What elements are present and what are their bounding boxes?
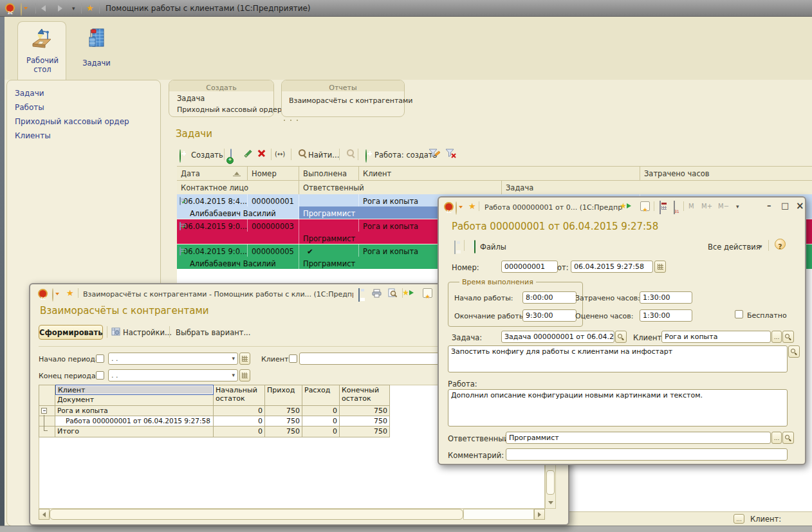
report-header-income[interactable]: Приход [265, 385, 302, 406]
report-gutter-cell[interactable] [39, 427, 55, 437]
favorites-star-icon[interactable] [66, 289, 74, 297]
report-row-label[interactable]: Рога и копыта [55, 406, 214, 416]
settings-button[interactable]: Настройки... [123, 328, 172, 337]
task-ref-input[interactable]: Задача 000000001 от 06.04.2015 8:4 [501, 331, 614, 343]
date-calendar-button[interactable] [654, 261, 666, 273]
calculator-icon[interactable] [660, 201, 661, 214]
show-favorites-icon[interactable] [640, 201, 650, 211]
start-time-input[interactable]: 8:00:00 [522, 291, 577, 304]
period-start-calendar-button[interactable] [239, 353, 250, 365]
memory-plus-button[interactable]: M+ [701, 203, 712, 210]
create-work-icon[interactable] [365, 149, 367, 163]
period-end-input[interactable]: . . [108, 369, 238, 381]
forward-button[interactable] [58, 5, 62, 12]
free-checkbox[interactable] [735, 310, 743, 318]
help-button[interactable] [775, 239, 786, 250]
reports-item-mutual[interactable]: Взаиморасчёты с контрагентами [289, 96, 413, 105]
report-cell[interactable]: 0 [214, 416, 265, 427]
horizontal-scroll-thumb[interactable] [50, 509, 463, 520]
print-icon[interactable] [372, 289, 382, 298]
report-cell[interactable]: 750 [265, 427, 302, 437]
column-header-hours[interactable]: Затрачено часов [640, 167, 812, 180]
report-header-expense[interactable]: Расход [302, 385, 340, 406]
responsible-input[interactable]: Программист [506, 432, 771, 444]
report-cell[interactable]: 750 [340, 427, 390, 437]
print-preview-icon[interactable] [388, 288, 398, 298]
column-header-done[interactable]: Выполнена [299, 167, 359, 180]
report-header-document[interactable]: Документ [55, 395, 214, 406]
favorites-star-icon[interactable] [86, 4, 94, 12]
period-start-dropdown-icon[interactable] [232, 356, 235, 362]
report-cell[interactable]: 0 [302, 416, 340, 427]
maximize-button[interactable]: □ [781, 201, 789, 210]
client-input[interactable]: Рога и копыта [661, 331, 771, 343]
scroll-left-button[interactable] [39, 509, 50, 520]
report-cell[interactable]: 750 [265, 406, 302, 416]
create-task-button[interactable]: Создать [191, 151, 223, 160]
find-button[interactable]: Найти... [308, 151, 339, 160]
history-dropdown-icon[interactable] [72, 6, 75, 12]
column-header-contact[interactable]: Контактное лицо [177, 181, 299, 194]
responsible-select-button[interactable]: ... [771, 432, 782, 444]
panel-resize-grip[interactable] [284, 120, 285, 121]
calendar-icon[interactable] [674, 201, 675, 214]
memory-button[interactable]: M [688, 203, 694, 210]
create-item-task[interactable]: Задача [177, 94, 205, 103]
column-header-task[interactable]: Задача [502, 181, 812, 194]
client-filter-input[interactable] [299, 353, 442, 365]
copy-item-icon[interactable] [230, 149, 232, 162]
choose-variant-button[interactable]: Выбрать вариант... [176, 328, 250, 337]
report-cell[interactable]: 750 [265, 416, 302, 427]
sidebar-item-tasks[interactable]: Задачи [15, 89, 44, 98]
client-filter-checkbox[interactable] [289, 354, 297, 363]
report-header-opening[interactable]: Начальный остаток [214, 385, 265, 406]
window-menu-dropdown[interactable] [456, 201, 457, 215]
files-button[interactable]: Файлы [480, 243, 506, 252]
report-row-label[interactable]: Работа 000000001 от 06.04.2015 9:27:58 [55, 416, 214, 427]
sidebar-item-cash-order[interactable]: Приходный кассовый ордер [15, 117, 129, 126]
report-cell[interactable]: 750 [340, 406, 390, 416]
client-lookup-button[interactable] [782, 331, 794, 343]
end-time-input[interactable]: 9:30:00 [522, 309, 577, 322]
collapse-group-icon[interactable] [41, 408, 47, 414]
task-description-box[interactable]: Запостить конфигу для работы с клиентами… [448, 345, 788, 372]
scroll-right-button[interactable] [534, 509, 545, 520]
estimated-hours-input[interactable]: 1:30:00 [640, 309, 692, 322]
report-cell[interactable]: 0 [214, 406, 265, 416]
report-header-client[interactable]: Клиент [55, 385, 214, 395]
report-header-closing[interactable]: Конечный остаток [340, 385, 390, 406]
filter-settings-icon[interactable] [429, 149, 440, 159]
close-button[interactable]: × [796, 200, 804, 212]
tab-tasks[interactable]: Задачи [72, 21, 121, 80]
create-item-cash-order[interactable]: Приходный кассовый ордер [177, 105, 282, 114]
period-end-calendar-button[interactable] [239, 369, 250, 381]
date-input[interactable]: 06.04.2015 9:27:58 [571, 261, 653, 273]
spent-hours-input[interactable]: 1:30:00 [640, 291, 692, 304]
column-header-number[interactable]: Номер [248, 167, 299, 180]
column-header-responsible[interactable]: Ответственный [299, 181, 502, 194]
main-menu-dropdown-button[interactable] [21, 3, 22, 16]
titlebar-more-icon[interactable] [736, 204, 739, 210]
back-button[interactable] [41, 5, 46, 12]
report-row-label[interactable]: Итого [55, 427, 214, 437]
number-input[interactable]: 000000001 [501, 261, 558, 273]
client-select-button[interactable]: ... [771, 331, 782, 343]
save-icon[interactable] [454, 241, 456, 254]
minimize-button[interactable]: – [767, 201, 771, 210]
comment-input[interactable] [506, 448, 788, 461]
client-select-button[interactable]: ... [734, 514, 744, 524]
period-end-dropdown-icon[interactable] [232, 372, 235, 378]
all-actions-caret-icon[interactable] [759, 244, 762, 250]
task-lookup-button[interactable] [615, 331, 627, 343]
period-start-checkbox[interactable] [96, 354, 104, 363]
clear-filter-icon[interactable] [445, 149, 457, 159]
window-menu-dropdown[interactable] [52, 288, 53, 302]
work-text-area[interactable]: Дополнил описание конфигурации новыми ка… [448, 389, 788, 427]
period-start-input[interactable]: . . [108, 353, 238, 365]
scroll-down-icon[interactable] [548, 501, 553, 504]
period-end-checkbox[interactable] [96, 371, 104, 380]
memory-minus-button[interactable]: M− [718, 203, 729, 210]
all-actions-button[interactable]: Все действия [708, 243, 761, 252]
report-cell[interactable]: 0 [302, 406, 340, 416]
report-cell[interactable]: 0 [214, 427, 265, 437]
